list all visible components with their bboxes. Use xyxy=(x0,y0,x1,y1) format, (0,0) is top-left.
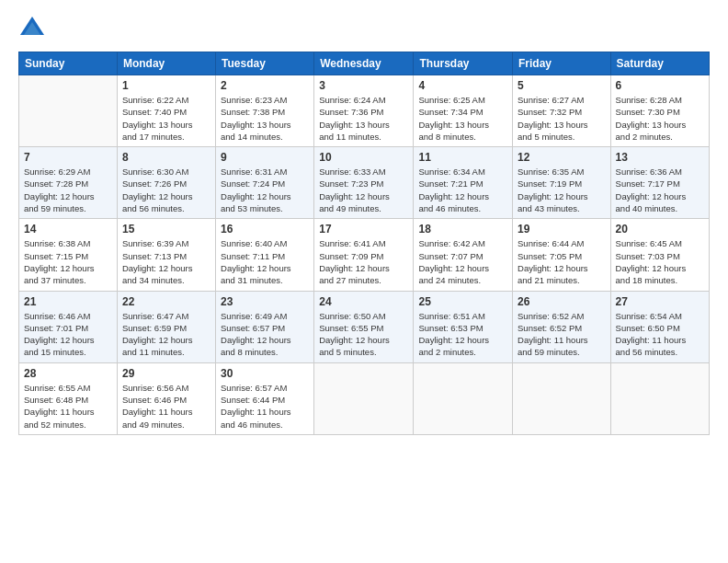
day-info: Sunrise: 6:45 AMSunset: 7:03 PMDaylight:… xyxy=(616,237,704,286)
calendar-cell: 23Sunrise: 6:49 AMSunset: 6:57 PMDayligh… xyxy=(216,291,314,362)
calendar-cell xyxy=(414,362,513,434)
day-number: 11 xyxy=(418,151,507,164)
day-info: Sunrise: 6:56 AMSunset: 6:46 PMDaylight:… xyxy=(122,382,210,431)
calendar-cell: 21Sunrise: 6:46 AMSunset: 7:01 PMDayligh… xyxy=(19,291,118,362)
day-number: 12 xyxy=(518,151,606,164)
calendar-cell: 30Sunrise: 6:57 AMSunset: 6:44 PMDayligh… xyxy=(216,362,314,434)
calendar-week-row: 21Sunrise: 6:46 AMSunset: 7:01 PMDayligh… xyxy=(19,291,710,362)
day-number: 13 xyxy=(616,151,704,164)
calendar-cell: 24Sunrise: 6:50 AMSunset: 6:55 PMDayligh… xyxy=(314,291,414,362)
calendar-cell: 4Sunrise: 6:25 AMSunset: 7:34 PMDaylight… xyxy=(414,75,513,147)
calendar-table: SundayMondayTuesdayWednesdayThursdayFrid… xyxy=(18,52,710,435)
calendar-cell: 19Sunrise: 6:44 AMSunset: 7:05 PMDayligh… xyxy=(513,219,611,291)
day-info: Sunrise: 6:36 AMSunset: 7:17 PMDaylight:… xyxy=(616,166,704,214)
day-info: Sunrise: 6:47 AMSunset: 6:59 PMDaylight:… xyxy=(122,310,210,359)
calendar-week-row: 7Sunrise: 6:29 AMSunset: 7:28 PMDaylight… xyxy=(19,147,710,219)
day-number: 7 xyxy=(24,151,112,164)
day-info: Sunrise: 6:54 AMSunset: 6:50 PMDaylight:… xyxy=(616,310,704,359)
calendar-cell: 5Sunrise: 6:27 AMSunset: 7:32 PMDaylight… xyxy=(513,75,611,147)
weekday-header-sunday: Sunday xyxy=(19,52,118,75)
day-info: Sunrise: 6:50 AMSunset: 6:55 PMDaylight:… xyxy=(319,310,408,359)
calendar-cell: 6Sunrise: 6:28 AMSunset: 7:30 PMDaylight… xyxy=(610,75,709,147)
day-number: 30 xyxy=(221,367,309,380)
calendar-cell: 7Sunrise: 6:29 AMSunset: 7:28 PMDaylight… xyxy=(19,147,118,219)
day-info: Sunrise: 6:57 AMSunset: 6:44 PMDaylight:… xyxy=(221,382,309,431)
weekday-header-friday: Friday xyxy=(513,52,611,75)
day-number: 16 xyxy=(221,223,309,236)
logo-icon xyxy=(18,15,46,42)
day-number: 6 xyxy=(616,79,704,92)
day-info: Sunrise: 6:49 AMSunset: 6:57 PMDaylight:… xyxy=(221,310,309,359)
calendar-cell: 17Sunrise: 6:41 AMSunset: 7:09 PMDayligh… xyxy=(314,219,414,291)
weekday-header-thursday: Thursday xyxy=(414,52,513,75)
weekday-header-row: SundayMondayTuesdayWednesdayThursdayFrid… xyxy=(19,52,710,75)
calendar-week-row: 28Sunrise: 6:55 AMSunset: 6:48 PMDayligh… xyxy=(19,362,710,434)
calendar-cell: 15Sunrise: 6:39 AMSunset: 7:13 PMDayligh… xyxy=(117,219,215,291)
calendar-cell: 9Sunrise: 6:31 AMSunset: 7:24 PMDaylight… xyxy=(216,147,314,219)
calendar-cell: 18Sunrise: 6:42 AMSunset: 7:07 PMDayligh… xyxy=(414,219,513,291)
day-number: 4 xyxy=(418,79,507,92)
day-info: Sunrise: 6:27 AMSunset: 7:32 PMDaylight:… xyxy=(518,94,606,143)
calendar-cell: 27Sunrise: 6:54 AMSunset: 6:50 PMDayligh… xyxy=(610,291,709,362)
day-info: Sunrise: 6:23 AMSunset: 7:38 PMDaylight:… xyxy=(221,94,309,143)
day-number: 8 xyxy=(122,151,210,164)
calendar-cell: 25Sunrise: 6:51 AMSunset: 6:53 PMDayligh… xyxy=(414,291,513,362)
day-info: Sunrise: 6:38 AMSunset: 7:15 PMDaylight:… xyxy=(24,237,112,286)
day-number: 17 xyxy=(319,223,408,236)
calendar-cell: 10Sunrise: 6:33 AMSunset: 7:23 PMDayligh… xyxy=(314,147,414,219)
calendar-cell xyxy=(513,362,611,434)
day-number: 1 xyxy=(122,79,210,92)
page: SundayMondayTuesdayWednesdayThursdayFrid… xyxy=(0,0,728,563)
day-number: 20 xyxy=(616,223,704,236)
day-info: Sunrise: 6:30 AMSunset: 7:26 PMDaylight:… xyxy=(122,166,210,214)
day-number: 22 xyxy=(122,295,210,308)
day-info: Sunrise: 6:29 AMSunset: 7:28 PMDaylight:… xyxy=(24,166,112,214)
day-info: Sunrise: 6:40 AMSunset: 7:11 PMDaylight:… xyxy=(221,237,309,286)
weekday-header-wednesday: Wednesday xyxy=(314,52,414,75)
day-info: Sunrise: 6:31 AMSunset: 7:24 PMDaylight:… xyxy=(221,166,309,214)
day-number: 15 xyxy=(122,223,210,236)
day-info: Sunrise: 6:55 AMSunset: 6:48 PMDaylight:… xyxy=(24,382,112,431)
calendar-cell: 3Sunrise: 6:24 AMSunset: 7:36 PMDaylight… xyxy=(314,75,414,147)
day-info: Sunrise: 6:24 AMSunset: 7:36 PMDaylight:… xyxy=(319,94,408,143)
day-number: 18 xyxy=(418,223,507,236)
day-number: 2 xyxy=(221,79,309,92)
day-number: 26 xyxy=(518,295,606,308)
calendar-cell: 16Sunrise: 6:40 AMSunset: 7:11 PMDayligh… xyxy=(216,219,314,291)
calendar-cell: 8Sunrise: 6:30 AMSunset: 7:26 PMDaylight… xyxy=(117,147,215,219)
day-number: 3 xyxy=(319,79,408,92)
day-info: Sunrise: 6:28 AMSunset: 7:30 PMDaylight:… xyxy=(616,94,704,143)
day-info: Sunrise: 6:51 AMSunset: 6:53 PMDaylight:… xyxy=(418,310,507,359)
day-number: 10 xyxy=(319,151,408,164)
day-info: Sunrise: 6:34 AMSunset: 7:21 PMDaylight:… xyxy=(418,166,507,214)
weekday-header-monday: Monday xyxy=(117,52,215,75)
day-number: 25 xyxy=(418,295,507,308)
day-info: Sunrise: 6:52 AMSunset: 6:52 PMDaylight:… xyxy=(518,310,606,359)
calendar-cell: 28Sunrise: 6:55 AMSunset: 6:48 PMDayligh… xyxy=(19,362,118,434)
weekday-header-saturday: Saturday xyxy=(610,52,709,75)
calendar-cell xyxy=(19,75,118,147)
calendar-cell: 26Sunrise: 6:52 AMSunset: 6:52 PMDayligh… xyxy=(513,291,611,362)
day-info: Sunrise: 6:46 AMSunset: 7:01 PMDaylight:… xyxy=(24,310,112,359)
logo xyxy=(18,15,50,42)
day-number: 27 xyxy=(616,295,704,308)
day-info: Sunrise: 6:39 AMSunset: 7:13 PMDaylight:… xyxy=(122,237,210,286)
day-info: Sunrise: 6:35 AMSunset: 7:19 PMDaylight:… xyxy=(518,166,606,214)
day-number: 9 xyxy=(221,151,309,164)
day-number: 29 xyxy=(122,367,210,380)
calendar-cell: 29Sunrise: 6:56 AMSunset: 6:46 PMDayligh… xyxy=(117,362,215,434)
day-number: 23 xyxy=(221,295,309,308)
day-info: Sunrise: 6:25 AMSunset: 7:34 PMDaylight:… xyxy=(418,94,507,143)
day-info: Sunrise: 6:44 AMSunset: 7:05 PMDaylight:… xyxy=(518,237,606,286)
day-info: Sunrise: 6:33 AMSunset: 7:23 PMDaylight:… xyxy=(319,166,408,214)
calendar-week-row: 14Sunrise: 6:38 AMSunset: 7:15 PMDayligh… xyxy=(19,219,710,291)
day-info: Sunrise: 6:22 AMSunset: 7:40 PMDaylight:… xyxy=(122,94,210,143)
calendar-cell: 13Sunrise: 6:36 AMSunset: 7:17 PMDayligh… xyxy=(610,147,709,219)
day-number: 14 xyxy=(24,223,112,236)
header xyxy=(18,15,710,42)
day-number: 5 xyxy=(518,79,606,92)
calendar-week-row: 1Sunrise: 6:22 AMSunset: 7:40 PMDaylight… xyxy=(19,75,710,147)
day-number: 24 xyxy=(319,295,408,308)
day-number: 21 xyxy=(24,295,112,308)
calendar-cell: 2Sunrise: 6:23 AMSunset: 7:38 PMDaylight… xyxy=(216,75,314,147)
